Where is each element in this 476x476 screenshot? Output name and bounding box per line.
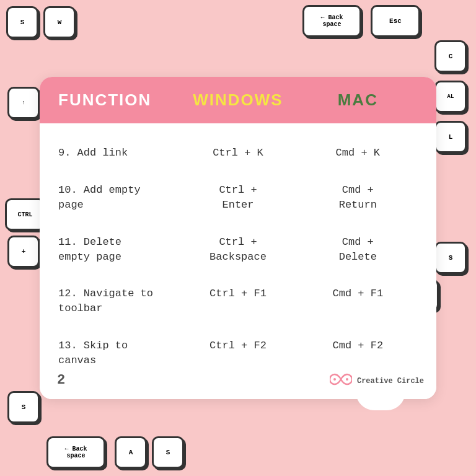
svg-point-1 xyxy=(346,378,348,381)
deco-key-left1: ↑ xyxy=(7,87,40,119)
shortcut-row-13: 13. Skip tocanvas Ctrl + F2 Cmd + F2 xyxy=(58,328,418,378)
brand-name: Creative Circle xyxy=(357,377,424,387)
brand: Creative Circle xyxy=(330,372,424,392)
mac-column-header: MAC xyxy=(298,90,418,110)
deco-key-al: AL xyxy=(434,81,467,113)
fn-label-13: 13. Skip tocanvas xyxy=(58,338,178,368)
deco-key-esc: Esc xyxy=(371,5,420,37)
page-number: 2 xyxy=(57,372,65,388)
deco-key-plus-left: + xyxy=(7,236,40,268)
mac-shortcut-13: Cmd + F2 xyxy=(298,338,418,353)
fn-label-11: 11. Deleteempty page xyxy=(58,235,178,265)
win-shortcut-9: Ctrl + K xyxy=(178,146,298,161)
deco-key-l: L xyxy=(434,121,467,153)
function-column-header: FUNCTION xyxy=(58,90,178,110)
win-shortcut-12: Ctrl + F1 xyxy=(178,286,298,301)
deco-key-a-bottom: A xyxy=(115,436,147,469)
svg-point-0 xyxy=(333,378,336,381)
mac-shortcut-9: Cmd + K xyxy=(298,146,418,161)
deco-key-backspace-top: ← Backspace xyxy=(302,5,361,37)
deco-key-s-top: S xyxy=(6,6,38,38)
mac-shortcut-12: Cmd + F1 xyxy=(298,286,418,301)
shortcut-row-9: 9. Add link Ctrl + K Cmd + K xyxy=(58,136,418,170)
fn-label-9: 9. Add link xyxy=(58,146,178,161)
deco-key-backspace-bottom: ← Backspace xyxy=(46,436,105,469)
win-shortcut-11: Ctrl +Backspace xyxy=(178,235,298,265)
win-shortcut-10: Ctrl +Enter xyxy=(178,183,298,213)
brand-icon xyxy=(330,372,352,392)
card-body: 9. Add link Ctrl + K Cmd + K 10. Add emp… xyxy=(40,123,436,399)
shortcut-row-10: 10. Add emptypage Ctrl +Enter Cmd +Retur… xyxy=(58,173,418,223)
shortcut-row-11: 11. Deleteempty page Ctrl +Backspace Cmd… xyxy=(58,225,418,275)
win-shortcut-13: Ctrl + F2 xyxy=(178,338,298,353)
card-header: FUNCTION WINDOWS MAC xyxy=(40,77,436,123)
deco-key-s-bottom: S xyxy=(152,436,184,469)
mac-shortcut-11: Cmd +Delete xyxy=(298,235,418,265)
mac-shortcut-10: Cmd +Return xyxy=(298,183,418,213)
deco-key-c-right: C xyxy=(434,40,467,73)
fn-label-10: 10. Add emptypage xyxy=(58,183,178,213)
shortcut-row-12: 12. Navigate totoolbar Ctrl + F1 Cmd + F… xyxy=(58,276,418,326)
windows-column-header: WINDOWS xyxy=(178,90,298,110)
shortcut-card: FUNCTION WINDOWS MAC 9. Add link Ctrl + … xyxy=(40,77,436,399)
deco-key-bottom-left1: S xyxy=(7,391,40,423)
deco-key-w: W xyxy=(43,6,76,38)
fn-label-12: 12. Navigate totoolbar xyxy=(58,286,178,316)
deco-key-s-right: S xyxy=(434,242,467,274)
